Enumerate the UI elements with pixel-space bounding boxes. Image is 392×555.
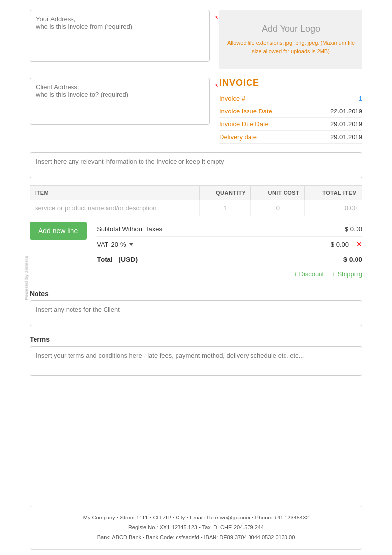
invoice-info-input[interactable]	[30, 152, 362, 178]
notes-input[interactable]	[30, 300, 362, 326]
client-address-required: *	[215, 83, 218, 92]
discount-link[interactable]: + Discount	[293, 270, 324, 278]
add-line-wrapper: Add new line	[30, 222, 87, 240]
vat-label: VAT	[97, 241, 108, 248]
item-total: 0.00	[305, 200, 362, 216]
notes-label: Notes	[30, 290, 362, 297]
bottom-section: Add new line Subtotal Without Taxes $ 0.…	[30, 222, 362, 281]
invoice-number-row: Invoice # 1	[219, 92, 362, 105]
invoice-number-value[interactable]: 1	[359, 95, 362, 102]
col-item: ITEM	[30, 186, 200, 200]
invoice-due-value[interactable]: 29.01.2019	[330, 120, 362, 128]
invoice-delivery-label: Delivery date	[219, 133, 257, 141]
footer-line2: Registe No.: XX1-12345.123 • Tax ID: CHE…	[40, 523, 352, 533]
vat-row: VAT 20 % $ 0.00 ✕	[97, 237, 362, 252]
total-row: Total (USD) $ 0.00	[97, 252, 362, 267]
invoice-due-row: Invoice Due Date 29.01.2019	[219, 118, 362, 131]
col-unit-cost: UNIT COST	[251, 186, 305, 200]
logo-upload-box[interactable]: Add Your Logo Allowed file extensions: j…	[219, 10, 362, 69]
subtotal-value: $ 0.00	[345, 225, 362, 233]
item-quantity[interactable]: 1	[199, 200, 250, 216]
footer: My Company • Street 1111 • CH ZIP • City…	[30, 506, 362, 550]
logo-title: Add Your Logo	[262, 24, 320, 34]
item-description[interactable]: service or product name and/or descripti…	[30, 200, 200, 216]
vat-percent[interactable]: 20 %	[111, 241, 133, 248]
footer-line3: Bank: ABCD Bank • Bank Code: dsfsadsfd •…	[40, 533, 352, 543]
from-address-input[interactable]	[36, 15, 203, 55]
invoice-delivery-value[interactable]: 29.01.2019	[330, 133, 362, 141]
discount-shipping-row: + Discount + Shipping	[97, 267, 362, 281]
total-label: Total (USD)	[97, 256, 138, 263]
invoice-issue-value[interactable]: 22.01.2019	[330, 108, 362, 115]
total-value: $ 0.00	[343, 256, 362, 263]
invoice-title: INVOICE	[219, 78, 362, 88]
subtotal-label: Subtotal Without Taxes	[97, 225, 162, 233]
from-address-box	[30, 10, 210, 62]
table-row: service or product name and/or descripti…	[30, 200, 362, 216]
vat-value: $ 0.00	[331, 241, 349, 248]
col-total-item: TOTAL ITEM	[305, 186, 362, 200]
top-section: * Add Your Logo Allowed file extensions:…	[30, 10, 362, 69]
invoice-delivery-row: Delivery date 29.01.2019	[219, 131, 362, 144]
logo-info: Allowed file extensions: jpg, png, jpeg.…	[227, 39, 355, 55]
terms-input[interactable]	[30, 346, 362, 376]
table-header-row: ITEM QUANTITY UNIT COST TOTAL ITEM	[30, 186, 362, 200]
col-quantity: QUANTITY	[199, 186, 250, 200]
client-address-input[interactable]	[36, 83, 203, 118]
vat-delete-button[interactable]: ✕	[356, 240, 362, 248]
shipping-link[interactable]: + Shipping	[332, 270, 362, 278]
invoice-due-label: Invoice Due Date	[219, 120, 269, 128]
subtotal-row: Subtotal Without Taxes $ 0.00	[97, 222, 362, 237]
totals-box: Subtotal Without Taxes $ 0.00 VAT 20 % $…	[97, 222, 362, 281]
terms-label: Terms	[30, 335, 362, 343]
add-line-button[interactable]: Add new line	[30, 222, 87, 240]
client-address-box	[30, 78, 210, 125]
invoice-issue-row: Invoice Issue Date 22.01.2019	[219, 105, 362, 118]
invoice-details: INVOICE Invoice # 1 Invoice Issue Date 2…	[219, 78, 362, 144]
item-unit-cost[interactable]: 0	[251, 200, 305, 216]
from-address-required: *	[215, 15, 218, 24]
mid-section: * INVOICE Invoice # 1 Invoice Issue Date…	[30, 78, 362, 144]
items-table: ITEM QUANTITY UNIT COST TOTAL ITEM servi…	[30, 185, 362, 216]
footer-line1: My Company • Street 1111 • CH ZIP • City…	[40, 513, 352, 523]
invoice-number-label: Invoice #	[219, 95, 245, 102]
invoice-issue-label: Invoice Issue Date	[219, 108, 272, 115]
vat-dropdown-icon[interactable]	[129, 243, 133, 246]
